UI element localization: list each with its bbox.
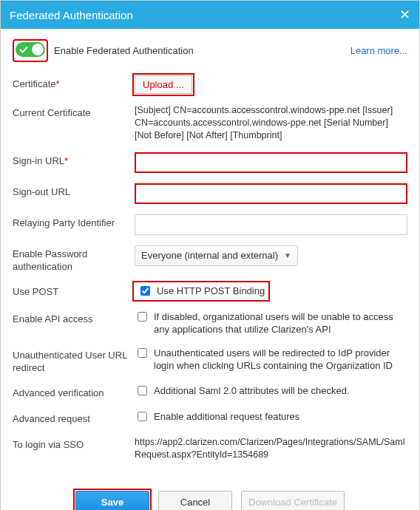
adv-verify-label: Advanced verification xyxy=(13,384,135,400)
current-cert-label: Current Certificate xyxy=(13,104,135,120)
pwd-auth-dropdown[interactable]: Everyone (internal and external) ▼ xyxy=(135,245,298,266)
upload-button[interactable]: Upload ... xyxy=(135,75,192,94)
enable-toggle-highlight xyxy=(13,39,48,62)
close-icon[interactable]: ✕ xyxy=(399,7,410,23)
check-icon xyxy=(19,45,28,54)
dialog-titlebar: Federated Authentication ✕ xyxy=(1,1,419,29)
cancel-button[interactable]: Cancel xyxy=(158,491,232,510)
signin-url-label: Sign-in URL* xyxy=(13,152,135,168)
api-access-checkbox[interactable] xyxy=(138,312,147,322)
signout-url-label: Sign-out URL xyxy=(13,183,135,199)
pwd-auth-label: Enable Password authentication xyxy=(13,245,135,273)
unauth-redirect-label: Unauthenticated User URL redirect xyxy=(13,347,135,375)
upload-highlight: Upload ... xyxy=(135,75,192,94)
relay-input[interactable] xyxy=(135,214,407,235)
unauth-redirect-checkbox[interactable] xyxy=(138,348,147,358)
sso-login-label: To login via SSO xyxy=(13,436,135,452)
use-post-label: Use POST xyxy=(13,283,135,299)
save-button[interactable]: Save xyxy=(75,491,149,510)
unauth-redirect-check-label: Unauthenticated users will be redirected… xyxy=(154,347,407,373)
api-access-label: Enable API access xyxy=(13,310,135,326)
dialog-body: Enable Federated Authentication Learn mo… xyxy=(1,29,419,510)
federated-auth-dialog: Federated Authentication ✕ Enable Federa… xyxy=(0,0,420,510)
use-post-highlight: Use HTTP POST Binding xyxy=(135,283,268,299)
pwd-auth-selected: Everyone (internal and external) xyxy=(141,249,278,262)
relay-label: Relaying Party Identifier xyxy=(13,214,135,230)
signin-url-input[interactable] xyxy=(135,152,407,173)
download-cert-button: Download Certificate xyxy=(241,491,345,510)
adv-verify-check-label: Additional Saml 2.0 attributes will be c… xyxy=(154,384,349,398)
sso-login-url: https://app2.clarizen.com/Clarizen/Pages… xyxy=(135,436,407,461)
learn-more-link[interactable]: Learn more... xyxy=(350,45,407,56)
enable-toggle[interactable] xyxy=(16,42,45,57)
dialog-title: Federated Authentication xyxy=(10,9,133,21)
use-post-checkbox[interactable] xyxy=(140,286,150,296)
save-highlight: Save xyxy=(75,491,149,510)
api-access-check-label: If disabled, organizational users will b… xyxy=(154,310,407,336)
adv-request-checkbox[interactable] xyxy=(138,412,147,421)
button-bar: Save Cancel Download Certificate xyxy=(13,491,407,510)
toggle-knob xyxy=(32,44,44,55)
current-cert-value: [Subject] CN=accounts.accesscontrol.wind… xyxy=(135,104,407,142)
enable-toggle-label: Enable Federated Authentication xyxy=(54,45,194,56)
chevron-down-icon: ▼ xyxy=(284,251,291,261)
signout-url-input[interactable] xyxy=(135,183,407,204)
use-post-check-label: Use HTTP POST Binding xyxy=(157,285,265,298)
adv-verify-checkbox[interactable] xyxy=(138,386,147,395)
adv-request-label: Advanced request xyxy=(13,410,135,426)
adv-request-check-label: Enable additional request features xyxy=(154,410,299,424)
certificate-label: Certificate* xyxy=(13,75,135,91)
